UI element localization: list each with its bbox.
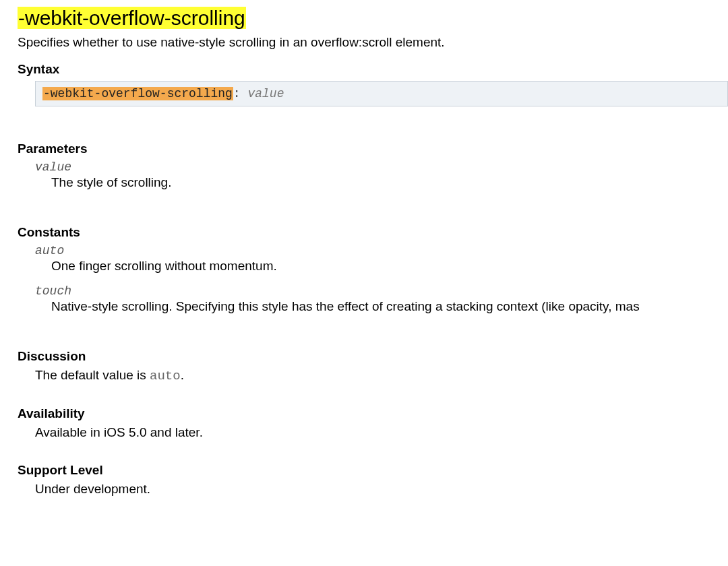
title-highlight: -webkit-overflow-scrolling [18, 7, 246, 29]
discussion-suffix: . [181, 368, 184, 382]
syntax-property: -webkit-overflow-scrolling [42, 87, 233, 100]
const-desc: One finger scrolling without momentum. [51, 259, 728, 274]
discussion-text: The default value is auto. [35, 368, 728, 383]
availability-heading: Availability [18, 406, 728, 421]
support-level-text: Under development. [35, 482, 728, 497]
param-name: value [35, 160, 728, 174]
const-desc: Native-style scrolling. Specifying this … [51, 299, 728, 314]
discussion-heading: Discussion [18, 349, 728, 364]
syntax-separator: : [233, 87, 248, 100]
availability-text: Available in iOS 5.0 and later. [35, 425, 728, 440]
syntax-box: -webkit-overflow-scrolling: value [35, 81, 728, 106]
const-item-touch: touch Native-style scrolling. Specifying… [35, 284, 728, 314]
summary-text: Specifies whether to use native-style sc… [18, 35, 728, 50]
parameters-heading: Parameters [18, 142, 728, 156]
param-item: value The style of scrolling. [35, 160, 728, 190]
syntax-heading: Syntax [18, 62, 728, 77]
discussion-code: auto [150, 369, 181, 383]
syntax-value-placeholder: value [247, 87, 284, 100]
const-name: auto [35, 244, 728, 257]
page-title: -webkit-overflow-scrolling [18, 7, 728, 30]
const-name: touch [35, 284, 728, 298]
discussion-prefix: The default value is [35, 368, 150, 382]
support-level-heading: Support Level [18, 463, 728, 478]
param-desc: The style of scrolling. [51, 175, 728, 190]
constants-heading: Constants [18, 225, 728, 240]
const-item-auto: auto One finger scrolling without moment… [35, 244, 728, 274]
